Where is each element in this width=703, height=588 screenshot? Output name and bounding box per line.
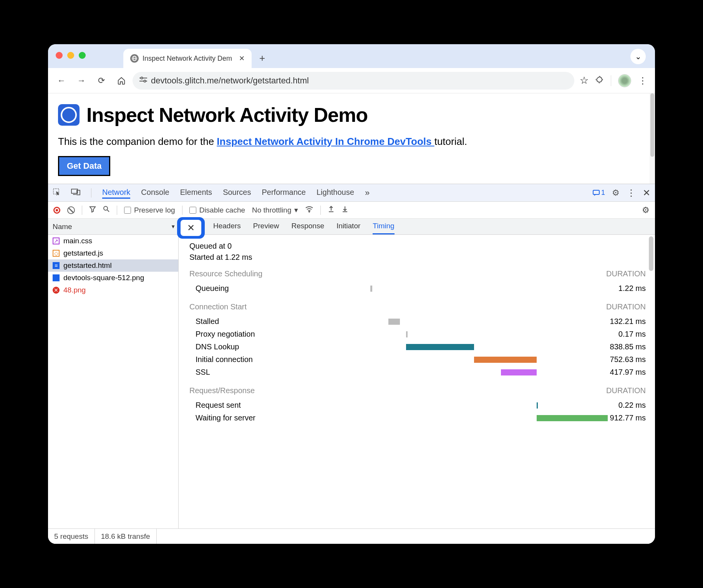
search-icon[interactable]: [103, 206, 110, 214]
svg-rect-11: [593, 190, 599, 194]
new-tab-button[interactable]: +: [259, 52, 265, 64]
devtools-tabs: Network Console Elements Sources Perform…: [48, 184, 655, 202]
intro-post: tutorial.: [434, 136, 467, 147]
close-details-button[interactable]: ✕: [177, 217, 205, 239]
url-bar: ← → ⟳ devtools.glitch.me/network/getstar…: [48, 68, 655, 93]
request-row[interactable]: ↗main.css: [48, 235, 178, 247]
detail-tab-timing[interactable]: Timing: [373, 219, 394, 234]
close-icon: ✕: [187, 223, 195, 233]
status-bar: 5 requests 18.6 kB transfe: [48, 528, 655, 544]
close-tab-icon[interactable]: ✕: [239, 54, 245, 63]
reload-button[interactable]: ⟳: [93, 72, 110, 90]
browser-tab[interactable]: Inspect Network Activity Dem ✕: [123, 49, 252, 68]
separator: [182, 206, 182, 215]
device-icon[interactable]: [71, 188, 80, 197]
tabs-overflow-button[interactable]: ⌄: [630, 49, 646, 64]
forward-button[interactable]: →: [73, 72, 90, 90]
chevron-down-icon: ▾: [294, 206, 298, 214]
messages-count-value: 1: [601, 189, 605, 197]
request-row[interactable]: devtools-square-512.png: [48, 272, 178, 284]
globe-icon: [130, 54, 139, 63]
minimize-window-icon[interactable]: [67, 52, 74, 59]
svg-line-13: [107, 210, 109, 212]
timing-panel: Queued at 0 Started at 1.22 ms Resource …: [179, 235, 655, 528]
home-button[interactable]: [113, 72, 130, 90]
tab-console[interactable]: Console: [141, 188, 169, 198]
timing-row: SSL417.97 ms: [189, 366, 646, 379]
devtools-close-icon[interactable]: ✕: [643, 188, 650, 198]
tutorial-link[interactable]: Inspect Network Activity In Chrome DevTo…: [217, 136, 434, 147]
tab-network[interactable]: Network: [102, 187, 130, 199]
tab-elements[interactable]: Elements: [180, 188, 212, 198]
timing-section-header: Request/ResponseDURATION: [189, 386, 646, 395]
separator: [611, 75, 611, 86]
upload-icon[interactable]: [328, 205, 335, 215]
svg-point-12: [104, 206, 108, 210]
throttling-select[interactable]: No throttling ▾: [252, 206, 298, 214]
timing-row: Queueing1.22 ms: [189, 282, 646, 295]
queued-at: Queued at 0: [189, 242, 646, 251]
timing-label: Initial connection: [196, 355, 299, 364]
started-at: Started at 1.22 ms: [189, 253, 646, 262]
request-name: 48.png: [63, 286, 86, 294]
devtools-menu-icon[interactable]: ⋮: [627, 188, 636, 198]
timing-value: 417.97 ms: [596, 368, 646, 377]
profile-avatar[interactable]: [618, 74, 631, 87]
browser-menu-icon[interactable]: ⋮: [638, 75, 647, 86]
request-row[interactable]: ◇getstarted.js: [48, 247, 178, 259]
detail-tab-response[interactable]: Response: [291, 219, 324, 234]
detail-tab-headers[interactable]: Headers: [213, 219, 241, 234]
network-conditions-icon[interactable]: [305, 206, 313, 214]
separator: [320, 206, 321, 215]
request-name: main.css: [63, 237, 92, 245]
timing-section-header: Connection StartDURATION: [189, 302, 646, 311]
timing-value: 752.63 ms: [596, 355, 646, 364]
more-tabs-icon[interactable]: »: [365, 188, 370, 198]
detail-tab-preview[interactable]: Preview: [253, 219, 279, 234]
extensions-icon[interactable]: [595, 76, 604, 86]
network-body: ↗main.css◇getstarted.js≡getstarted.htmld…: [48, 235, 655, 528]
network-settings-icon[interactable]: ⚙: [642, 205, 650, 215]
request-row[interactable]: ✕48.png: [48, 284, 178, 296]
filter-icon[interactable]: [89, 206, 96, 214]
svg-point-5: [141, 77, 143, 79]
record-button[interactable]: [53, 207, 60, 214]
disable-cache-checkbox[interactable]: Disable cache: [189, 206, 245, 214]
tab-title: Inspect Network Activity Dem: [143, 55, 232, 63]
tab-lighthouse[interactable]: Lighthouse: [317, 188, 354, 198]
download-icon[interactable]: [342, 205, 348, 215]
window-controls: [56, 52, 86, 59]
messages-count[interactable]: 1: [593, 189, 605, 197]
tab-performance[interactable]: Performance: [262, 188, 306, 198]
request-row[interactable]: ≡getstarted.html: [48, 259, 178, 272]
disable-cache-label: Disable cache: [199, 206, 245, 214]
detail-tab-initiator[interactable]: Initiator: [337, 219, 360, 234]
tab-sources[interactable]: Sources: [223, 188, 251, 198]
clear-button[interactable]: [67, 206, 75, 214]
demo-icon: [58, 104, 80, 126]
get-data-button[interactable]: Get Data: [58, 156, 110, 176]
separator: [117, 206, 117, 215]
status-requests: 5 requests: [48, 529, 95, 544]
close-window-icon[interactable]: [56, 52, 63, 59]
inspect-icon[interactable]: [53, 188, 60, 198]
site-settings-icon[interactable]: [139, 76, 147, 85]
page-scrollbar[interactable]: [650, 93, 655, 184]
maximize-window-icon[interactable]: [79, 52, 86, 59]
name-column-header[interactable]: Name ▼: [48, 223, 179, 231]
timing-label: Waiting for server: [196, 414, 299, 422]
preserve-log-checkbox[interactable]: Preserve log: [124, 206, 175, 214]
back-button[interactable]: ←: [53, 72, 70, 90]
timing-section-header: Resource SchedulingDURATION: [189, 269, 646, 278]
address-field[interactable]: devtools.glitch.me/network/getstarted.ht…: [133, 72, 574, 90]
separator: [82, 206, 82, 215]
page-content: Inspect Network Activity Demo This is th…: [48, 93, 655, 184]
address-text: devtools.glitch.me/network/getstarted.ht…: [151, 76, 309, 86]
devtools-settings-icon[interactable]: ⚙: [612, 188, 620, 198]
browser-tabbar: Inspect Network Activity Dem ✕ + ⌄: [48, 44, 655, 68]
timing-scrollbar[interactable]: [649, 236, 653, 271]
timing-row: Waiting for server912.77 ms: [189, 412, 646, 424]
devtools-panel: Network Console Elements Sources Perform…: [48, 184, 655, 544]
request-name: getstarted.js: [63, 249, 103, 257]
bookmark-icon[interactable]: ☆: [580, 75, 589, 86]
